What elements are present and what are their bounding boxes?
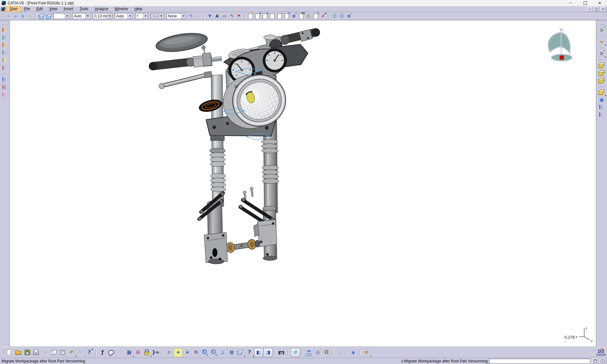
equivalent-dims-icon[interactable]: }= bbox=[152, 348, 160, 357]
toolbar-grip[interactable] bbox=[599, 47, 604, 48]
tree-expand-icon[interactable] bbox=[598, 104, 605, 111]
minimize-button[interactable] bbox=[563, 0, 578, 6]
restore-button[interactable] bbox=[578, 0, 592, 6]
info-button[interactable]: i bbox=[599, 358, 606, 364]
dialog-toggle-button[interactable] bbox=[592, 358, 598, 364]
doc-gear-icon[interactable]: ⚙ bbox=[312, 13, 319, 20]
doc-arrow-out-icon[interactable]: → bbox=[276, 13, 283, 20]
graphic-color-combo[interactable]: ▼ bbox=[53, 13, 70, 19]
toolbar-grip[interactable] bbox=[599, 23, 604, 25]
layer-book-icon[interactable]: ◈ bbox=[349, 348, 357, 357]
chevron-down-icon[interactable]: ▼ bbox=[85, 13, 90, 19]
toolbar-grip[interactable] bbox=[599, 59, 604, 60]
formula-fx-icon[interactable]: ƒ bbox=[98, 348, 107, 357]
rotate-icon[interactable]: ↻ bbox=[192, 348, 200, 357]
zoom-in-icon[interactable]: + bbox=[201, 348, 209, 357]
new-document-icon[interactable] bbox=[5, 348, 14, 357]
open-book-icon[interactable]: ▣ bbox=[598, 96, 605, 104]
tree-reorder-icon[interactable] bbox=[1, 76, 9, 84]
view-compass[interactable]: x y z bbox=[548, 28, 572, 61]
comment-icon[interactable] bbox=[107, 348, 116, 357]
line-type-combo[interactable]: Auto ▼ bbox=[115, 13, 133, 19]
layer-combo[interactable]: None ▼ bbox=[166, 13, 186, 19]
spline-curve-icon[interactable]: ~ bbox=[12, 13, 19, 20]
lock-icon[interactable]: ▾ bbox=[143, 348, 151, 357]
box-refresh-icon[interactable]: ↻ bbox=[598, 77, 605, 84]
point-symbol-combo[interactable]: • ▼ bbox=[135, 13, 148, 19]
measure-inertia-icon[interactable]: Ω bbox=[322, 348, 331, 357]
brake-lever[interactable] bbox=[159, 71, 212, 89]
mdi-restore-button[interactable] bbox=[593, 7, 599, 12]
transparency-combo[interactable]: Auto ▼ bbox=[72, 13, 91, 19]
box-enter-icon[interactable]: → bbox=[598, 61, 605, 69]
measure-between-icon[interactable]: ↔ bbox=[305, 348, 313, 357]
pan-icon[interactable]: + bbox=[183, 348, 191, 357]
open-folder-icon[interactable] bbox=[14, 348, 22, 357]
paste-link-icon[interactable]: b bbox=[283, 13, 290, 20]
chevron-down-icon[interactable]: ▼ bbox=[181, 13, 186, 19]
orbit-3d-icon[interactable]: ↺ bbox=[291, 348, 300, 357]
chevron-down-icon[interactable]: ▼ bbox=[128, 13, 133, 19]
menu-file[interactable]: File bbox=[21, 6, 33, 12]
tree-database-icon[interactable] bbox=[1, 49, 9, 57]
select-cursor-icon[interactable]: ➤▾ bbox=[598, 38, 605, 46]
line-weight-combo[interactable]: 0,13 mm ▼ bbox=[93, 13, 112, 19]
menu-window[interactable]: Window bbox=[111, 6, 131, 12]
user-desk-icon[interactable]: ☺ bbox=[338, 13, 345, 20]
constraints-icon[interactable]: ⇄▾ bbox=[362, 348, 371, 357]
context-help-icon[interactable]: ?➤ bbox=[85, 348, 93, 357]
menu-help[interactable]: Help bbox=[131, 6, 146, 12]
renumber-icon[interactable]: 45 bbox=[298, 13, 305, 20]
gear-select-icon[interactable]: ⚙➤▾ bbox=[598, 50, 605, 57]
toolbar-grip[interactable] bbox=[2, 23, 8, 25]
chevron-down-icon[interactable]: ▼ bbox=[143, 13, 148, 19]
face-patch-icon[interactable]: ◇ bbox=[27, 13, 34, 20]
menu-insert[interactable]: Insert bbox=[60, 6, 76, 12]
iso-box-1-icon[interactable] bbox=[38, 13, 45, 20]
toolbar-grip[interactable] bbox=[2, 350, 4, 355]
fit-all-icon[interactable]: + bbox=[174, 348, 183, 357]
doc-arrow-in-icon[interactable]: → bbox=[269, 13, 276, 20]
save-icon[interactable] bbox=[23, 348, 31, 357]
multi-view-icon[interactable]: ⊞ bbox=[228, 348, 236, 357]
print-icon[interactable] bbox=[32, 348, 40, 357]
mdi-close-button[interactable]: ✕ bbox=[600, 7, 606, 12]
toolbar-grip[interactable] bbox=[599, 85, 604, 87]
measure-item-icon[interactable]: ◎ bbox=[314, 348, 322, 357]
sparkle-doc-icon[interactable]: ✱ bbox=[254, 13, 261, 20]
arrow-into-plane-icon[interactable]: ↰ bbox=[228, 13, 235, 20]
x-power-n-icon[interactable]: ✗n bbox=[320, 13, 327, 20]
tree-pink-icon[interactable] bbox=[1, 91, 9, 99]
toolbar-grip[interactable] bbox=[599, 35, 604, 37]
list-pencil-icon[interactable]: ≡✎ bbox=[346, 13, 353, 20]
menu-edit[interactable]: Edit bbox=[33, 6, 46, 12]
undo-icon[interactable]: ↶▾ bbox=[67, 348, 76, 357]
toolbar-grip[interactable] bbox=[2, 13, 3, 19]
tree-broken-icon[interactable] bbox=[1, 64, 9, 72]
model-canvas[interactable]: x y z 0,278 z x y bbox=[10, 20, 596, 347]
box-flag-icon[interactable]: ⚐▾ bbox=[598, 88, 605, 96]
folder-doc-icon[interactable]: ▤ bbox=[305, 13, 312, 20]
tree-globe-icon[interactable] bbox=[1, 34, 9, 41]
tree-structure-icon[interactable] bbox=[1, 26, 9, 34]
render-edges-icon[interactable]: ◨ bbox=[264, 348, 272, 357]
menu-analyze[interactable]: Analyze bbox=[91, 6, 111, 12]
point-dot-icon[interactable]: · bbox=[5, 13, 12, 20]
menu-tools[interactable]: Tools bbox=[76, 6, 91, 12]
normal-view-icon[interactable]: ⊥ bbox=[219, 348, 227, 357]
3d-viewport[interactable]: x y z 0,278 z x y bbox=[9, 20, 596, 347]
menu-view[interactable]: View bbox=[46, 6, 60, 12]
iso-view-icon[interactable]: ▾ bbox=[236, 348, 245, 357]
copy-icon[interactable] bbox=[50, 348, 58, 357]
camera-icon[interactable] bbox=[278, 348, 286, 357]
render-shaded-icon[interactable]: ◧ bbox=[254, 348, 263, 357]
callout-icon[interactable]: ▭ bbox=[221, 13, 228, 20]
iso-box-2-icon[interactable] bbox=[45, 13, 52, 20]
list-undo-icon[interactable]: ≡↶ bbox=[291, 13, 297, 20]
named-views-icon[interactable]: ?▾ bbox=[245, 348, 253, 357]
fly-mode-icon[interactable]: ✈ bbox=[165, 348, 173, 357]
graph-split-icon[interactable]: Y bbox=[206, 13, 213, 20]
surface-patch-icon[interactable]: ◗ bbox=[19, 13, 26, 20]
text-abc-icon[interactable]: A bbox=[214, 13, 221, 20]
sparkle-doc-dark-icon[interactable]: ✱ bbox=[261, 13, 268, 20]
